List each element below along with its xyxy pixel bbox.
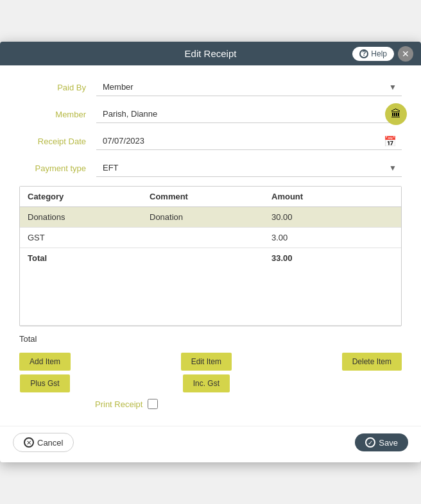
paid-by-select[interactable]: Member Other <box>96 78 402 96</box>
save-button[interactable]: ✓ Save <box>355 433 408 451</box>
payment-type-row: Payment type EFT Cash Cheque Credit Card… <box>19 159 402 177</box>
plus-gst-button[interactable]: Plus Gst <box>20 374 69 392</box>
column-header-comment: Comment <box>150 192 271 201</box>
empty-area <box>20 268 401 326</box>
delete-item-button[interactable]: Delete Item <box>342 353 402 371</box>
cancel-button[interactable]: ✕ Cancel <box>13 433 74 452</box>
modal-title: Edit Receipt <box>185 48 237 59</box>
total-row: Total 33.00 <box>20 248 401 268</box>
print-receipt-label: Print Receipt <box>95 399 142 409</box>
row-comment: Donation <box>150 212 271 222</box>
cancel-label: Cancel <box>37 438 63 448</box>
paid-by-wrap: Member Other ▼ <box>96 78 402 96</box>
column-header-category: Category <box>28 192 150 201</box>
row-comment <box>150 233 271 242</box>
receipt-date-row: Receipt Date 📅 <box>19 132 402 150</box>
edit-item-button[interactable]: Edit Item <box>181 353 232 371</box>
cancel-icon: ✕ <box>24 437 34 448</box>
save-label: Save <box>379 438 398 448</box>
delete-item-group: Delete Item <box>342 353 402 371</box>
receipt-date-wrap: 📅 <box>96 132 402 150</box>
print-receipt-row: Print Receipt <box>19 395 402 416</box>
close-button[interactable]: ✕ <box>398 46 413 62</box>
edit-receipt-modal: Edit Receipt ? Help ✕ Paid By Member Oth… <box>0 42 421 462</box>
header-actions: ? Help ✕ <box>352 46 413 62</box>
receipt-date-label: Receipt Date <box>19 137 96 146</box>
footer-total-label: Total <box>19 332 402 346</box>
total-comment <box>150 253 271 263</box>
total-label: Total <box>28 253 150 263</box>
table-row[interactable]: Donations Donation 30.00 <box>20 207 401 228</box>
member-label: Member <box>19 110 96 119</box>
add-item-group: Add Item Plus Gst <box>19 353 71 392</box>
help-label: Help <box>371 49 387 58</box>
column-header-amount: Amount <box>271 192 393 201</box>
close-icon: ✕ <box>402 49 409 59</box>
add-item-button[interactable]: Add Item <box>19 353 71 371</box>
row-category: GST <box>28 233 150 242</box>
receipt-date-input[interactable] <box>96 132 402 150</box>
row-amount: 30.00 <box>271 212 393 222</box>
print-receipt-checkbox[interactable] <box>148 399 158 409</box>
action-buttons-row: Add Item Plus Gst Edit Item Inc. Gst Del… <box>19 346 402 395</box>
edit-item-group: Edit Item Inc. Gst <box>181 353 232 392</box>
payment-type-label: Payment type <box>19 164 96 173</box>
row-amount: 3.00 <box>271 233 393 242</box>
member-wrap: 🏛 <box>96 105 402 123</box>
table-row[interactable]: GST 3.00 <box>20 228 401 248</box>
total-amount: 33.00 <box>271 253 393 263</box>
modal-body: Paid By Member Other ▼ Member 🏛 Receipt … <box>0 65 421 426</box>
modal-footer: ✕ Cancel ✓ Save <box>0 426 421 462</box>
inc-gst-button[interactable]: Inc. Gst <box>183 374 230 392</box>
paid-by-row: Paid By Member Other ▼ <box>19 78 402 96</box>
table-header: Category Comment Amount <box>20 187 401 207</box>
calendar-icon: 📅 <box>384 135 397 147</box>
items-table: Category Comment Amount Donations Donati… <box>19 186 402 326</box>
paid-by-label: Paid By <box>19 83 96 92</box>
help-button[interactable]: ? Help <box>352 47 394 61</box>
row-category: Donations <box>28 212 150 222</box>
bank-icon: 🏛 <box>391 108 401 120</box>
member-row: Member 🏛 <box>19 105 402 123</box>
member-input[interactable] <box>96 105 402 123</box>
modal-header: Edit Receipt ? Help ✕ <box>0 42 421 65</box>
question-icon: ? <box>359 49 368 58</box>
member-lookup-button[interactable]: 🏛 <box>385 103 407 125</box>
payment-type-wrap: EFT Cash Cheque Credit Card ▼ <box>96 159 402 177</box>
save-icon: ✓ <box>365 437 375 448</box>
payment-type-select[interactable]: EFT Cash Cheque Credit Card <box>96 159 402 177</box>
